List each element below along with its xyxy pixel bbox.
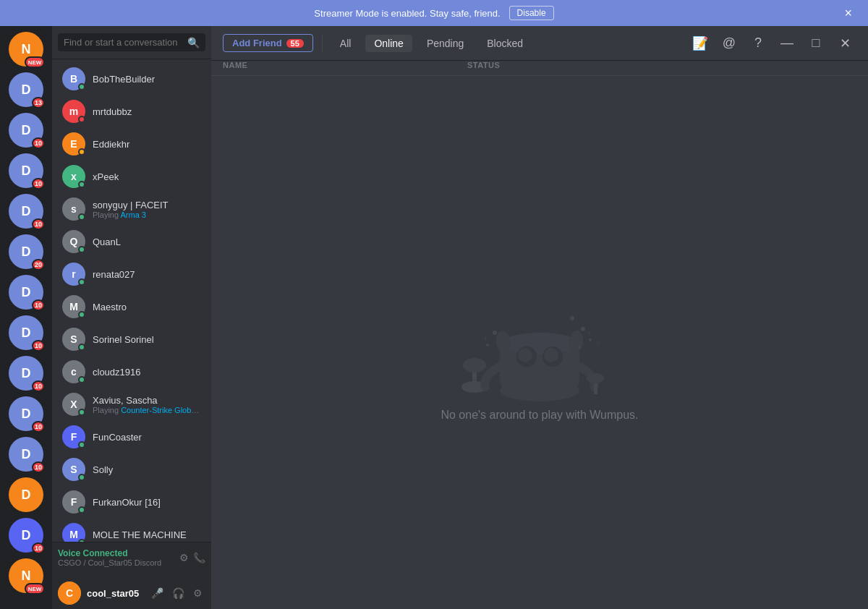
server-badge: 10 — [32, 340, 45, 352]
dm-info: mrtdubbz — [93, 106, 201, 117]
close-window-button[interactable]: ✕ — [833, 32, 856, 55]
dm-info: FurkanOkur [16] — [93, 497, 201, 508]
dm-list-item[interactable]: rrenata027 — [56, 258, 207, 290]
status-dot — [78, 344, 85, 351]
dm-info: QuanL — [93, 237, 201, 247]
avatar: C — [58, 582, 81, 605]
dm-info: renata027 — [93, 269, 201, 280]
dm-list-item[interactable]: BBobTheBuilder — [56, 63, 207, 95]
svg-point-19 — [578, 346, 581, 349]
add-friend-button[interactable]: Add Friend 55 — [223, 34, 313, 52]
status-dot — [78, 278, 85, 286]
avatar: s — [62, 197, 85, 221]
dm-info: sonyguy | FACEITPlaying Arma 3 — [93, 200, 201, 219]
minimize-button[interactable]: — — [775, 32, 799, 55]
server-icon-10[interactable]: D10 — [9, 437, 43, 472]
status-dot — [78, 213, 85, 221]
dm-list-item[interactable]: FFurkanOkur [16] — [56, 486, 207, 518]
maximize-button[interactable]: □ — [804, 32, 827, 55]
dm-list-item[interactable]: MMOLE THE MACHINE — [56, 519, 207, 542]
dm-name: MOLE THE MACHINE — [93, 529, 201, 540]
dm-list-item[interactable]: QQuanL — [56, 226, 207, 257]
avatar: S — [62, 328, 85, 351]
mention-button[interactable]: @ — [718, 32, 741, 55]
server-icon-1[interactable]: D13 — [9, 72, 43, 107]
status-dot — [78, 474, 85, 481]
svg-text:+: + — [596, 338, 600, 346]
dm-sidebar: 🔍 BBobTheBuildermmrtdubbzEEddiekhrxxPeek… — [52, 26, 211, 609]
voice-disconnect-button[interactable]: 📞 — [193, 552, 205, 563]
server-icon-3[interactable]: D10 — [9, 153, 43, 188]
tab-pending[interactable]: Pending — [418, 35, 472, 52]
close-banner-button[interactable]: × — [837, 5, 859, 21]
status-dot — [78, 441, 85, 448]
dm-sub: Playing Counter-Strike Global... — [93, 406, 201, 414]
dm-info: MOLE THE MACHINE — [93, 529, 201, 540]
dm-info: xPeek — [93, 171, 201, 182]
dm-list-item[interactable]: SSorinel Sorinel — [56, 323, 207, 355]
headphone-button[interactable]: 🎧 — [169, 586, 187, 600]
server-icon-12[interactable]: D10 — [9, 518, 43, 553]
status-dot — [78, 409, 85, 416]
dm-list: BBobTheBuildermmrtdubbzEEddiekhrxxPeekss… — [52, 59, 211, 542]
search-input[interactable] — [58, 33, 205, 51]
add-friend-label: Add Friend — [232, 38, 282, 48]
dm-info: BobTheBuilder — [93, 74, 201, 85]
tab-blocked[interactable]: Blocked — [478, 35, 532, 52]
server-icon-7[interactable]: D10 — [9, 315, 43, 350]
column-actions — [712, 61, 856, 69]
avatar: B — [62, 67, 85, 90]
server-badge: 10 — [32, 461, 45, 473]
tab-all[interactable]: All — [331, 35, 360, 52]
server-icon-9[interactable]: D10 — [9, 396, 43, 431]
status-dot — [78, 506, 85, 514]
server-icon-5[interactable]: D20 — [9, 234, 43, 269]
friends-table-header: NAME STATUS — [211, 61, 868, 76]
disable-streamer-button[interactable]: Disable — [509, 6, 554, 20]
dm-list-item[interactable]: SSolly — [56, 453, 207, 485]
dm-name: Eddiekhr — [93, 139, 201, 150]
dm-list-item[interactable]: ssonyguy | FACEITPlaying Arma 3 — [56, 193, 207, 225]
voice-settings-button[interactable]: ⚙ — [179, 552, 189, 563]
avatar: F — [62, 425, 85, 448]
dm-list-item[interactable]: EEddiekhr — [56, 128, 207, 160]
user-settings-button[interactable]: ⚙ — [190, 586, 205, 600]
server-badge: 10 — [32, 299, 45, 311]
server-icon-8[interactable]: D10 — [9, 356, 43, 391]
dm-info: Sorinel Sorinel — [93, 334, 201, 345]
status-dot — [78, 246, 85, 253]
microphone-button[interactable]: 🎤 — [148, 586, 166, 600]
svg-point-2 — [463, 358, 486, 372]
add-friend-count: 55 — [286, 39, 304, 48]
server-icon-6[interactable]: D10 — [9, 275, 43, 310]
dm-list-item[interactable]: XXavius, SaschaPlaying Counter-Strike Gl… — [56, 388, 207, 420]
dm-list-item[interactable]: mmrtdubbz — [56, 95, 207, 127]
server-badge: 10 — [32, 137, 45, 149]
dm-list-item[interactable]: ccloudz1916 — [56, 356, 207, 388]
server-icon-4[interactable]: D10 — [9, 194, 43, 229]
avatar: F — [62, 490, 85, 514]
server-icon-11[interactable]: D — [9, 477, 43, 512]
new-dm-button[interactable]: 📝 — [689, 32, 712, 55]
server-icon-0[interactable]: NNEW — [9, 32, 43, 67]
svg-text:+: + — [587, 328, 592, 338]
user-name: cool_star05 — [87, 588, 139, 599]
avatar: E — [62, 132, 85, 156]
status-dot — [78, 376, 85, 383]
svg-point-8 — [518, 348, 532, 362]
dm-name: BobTheBuilder — [93, 74, 201, 85]
server-icon-13[interactable]: NNEW — [9, 558, 43, 593]
main-content: Add Friend 55 All Online Pending Blocked… — [211, 26, 868, 609]
status-dot — [78, 539, 85, 542]
column-status: STATUS — [467, 61, 712, 69]
dm-list-item[interactable]: xxPeek — [56, 161, 207, 192]
help-button[interactable]: ? — [746, 32, 770, 55]
tab-online[interactable]: Online — [365, 35, 412, 52]
column-name: NAME — [223, 61, 467, 69]
dm-list-item[interactable]: FFunCoaster — [56, 421, 207, 453]
dm-list-item[interactable]: MMaestro — [56, 291, 207, 323]
dm-info: Eddiekhr — [93, 139, 201, 150]
server-badge: 20 — [32, 259, 45, 271]
dm-info: FunCoaster — [93, 432, 201, 443]
server-icon-2[interactable]: D10 — [9, 113, 43, 148]
